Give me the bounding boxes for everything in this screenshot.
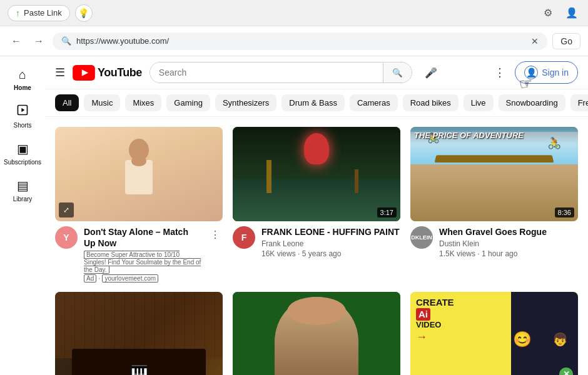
hamburger-button[interactable]: ☰: [55, 66, 65, 79]
chip-synthesizers[interactable]: Synthesizers: [215, 94, 276, 111]
search-input[interactable]: [150, 62, 383, 82]
chip-live[interactable]: Live: [464, 94, 494, 111]
chip-snowboarding[interactable]: Snowboarding: [499, 94, 565, 111]
video-card-v4[interactable]: 🎹 P Piano Performance Piano Channel 50K …: [55, 292, 223, 375]
content-area: ☰ YouTube 🔍 🎤 ⋮: [45, 56, 588, 375]
url-input[interactable]: [76, 36, 526, 46]
video-thumb-v3: 🚴 🚴 THE PRICE OF ADVENTURE 8:36: [410, 127, 578, 221]
video-thumb-v4: 🎹: [55, 292, 223, 375]
youtube-logo[interactable]: YouTube: [73, 65, 142, 81]
video-card-v3[interactable]: 🚴 🚴 THE PRICE OF ADVENTURE 8:36 DKLEIN W…: [410, 127, 578, 282]
video-card-v5[interactable]: A Music Video Artist Name 120K views · 1…: [233, 292, 400, 375]
channel-avatar-v2: F: [233, 226, 255, 249]
channel-avatar-v3: DKLEIN: [410, 226, 433, 249]
sign-in-label: Sign in: [542, 68, 569, 78]
youtube-header: ☰ YouTube 🔍 🎤 ⋮: [45, 56, 588, 89]
sidebar: ⌂ Home Shorts ▣ Subscriptions ▤ Library: [0, 56, 45, 375]
search-button[interactable]: 🔍: [383, 63, 412, 82]
chip-freestyle-rap[interactable]: Freestyle Rap: [570, 94, 588, 111]
hamburger-icon: ☰: [55, 66, 65, 79]
video-card-v6[interactable]: CREATE Ai VIDEO → 😊 👦 ✕: [410, 292, 578, 375]
home-icon: ⌂: [19, 68, 26, 82]
chip-mixes[interactable]: Mixes: [125, 94, 161, 111]
chip-cameras[interactable]: Cameras: [350, 94, 398, 111]
video-thumb-v6: CREATE Ai VIDEO → 😊 👦 ✕: [410, 292, 578, 375]
back-icon: ←: [11, 36, 21, 47]
library-icon: ▤: [17, 178, 29, 193]
paste-link-button[interactable]: ↑ Paste Link: [8, 5, 70, 21]
video-meta-v2: FRANK LEONE - HUFFING PAINT Frank Leone …: [261, 226, 400, 258]
sidebar-item-shorts[interactable]: Shorts: [0, 99, 45, 134]
chip-drum-bass[interactable]: Drum & Bass: [281, 94, 345, 111]
url-input-wrap: 🔍 ✕: [53, 32, 547, 50]
video-title-v3: When Gravel Goes Rogue: [439, 226, 578, 238]
video-channel-v2: Frank Leone: [261, 239, 400, 248]
shorts-icon: [16, 104, 29, 119]
video-thumb-v2: 3:17: [233, 127, 400, 221]
video-stats-v2: 16K views · 5 years ago: [261, 249, 400, 258]
search-bar: 🔍: [150, 62, 412, 83]
chip-music[interactable]: Music: [84, 94, 120, 111]
sidebar-item-subscriptions-label: Subscriptions: [4, 159, 41, 166]
sidebar-item-home[interactable]: ⌂ Home: [0, 62, 45, 96]
video-meta-v1: Don't Stay Alone – Match Up Now Become S…: [84, 226, 201, 282]
bulb-icon: 💡: [78, 8, 89, 18]
svg-point-6: [131, 156, 146, 166]
profile-button[interactable]: 👤: [563, 4, 580, 22]
video-description-v1: Become Super Attractive to 10/10 Singles…: [84, 251, 201, 273]
video-meta-v3: When Gravel Goes Rogue Dustin Klein 1.5K…: [439, 226, 578, 258]
gear-icon: ⚙: [544, 7, 552, 19]
paste-link-label: Paste Link: [24, 8, 62, 18]
youtube-main: ⌂ Home Shorts ▣ Subscriptions ▤ Library …: [0, 56, 588, 375]
subscriptions-icon: ▣: [17, 141, 29, 156]
chip-gaming[interactable]: Gaming: [166, 94, 210, 111]
svg-marker-1: [21, 108, 24, 112]
paste-link-icon: ↑: [16, 8, 20, 18]
go-button[interactable]: Go: [552, 33, 580, 49]
youtube-logo-text: YouTube: [98, 66, 142, 79]
go-label: Go: [560, 36, 572, 46]
forward-icon: →: [34, 36, 44, 47]
sign-in-button[interactable]: 👤 Sign in: [515, 61, 578, 84]
duration-v2: 3:17: [377, 208, 397, 218]
video-info-v1: Y Don't Stay Alone – Match Up Now Become…: [55, 221, 223, 282]
video-thumb-v1: ⤢: [55, 127, 223, 221]
top-bar-right: ⚙ 👤: [539, 4, 580, 22]
video-stats-v3: 1.5K views · 1 hour ago: [439, 249, 578, 258]
sidebar-item-library[interactable]: ▤ Library: [0, 173, 45, 208]
video-info-v2: F FRANK LEONE - HUFFING PAINT Frank Leon…: [233, 221, 400, 258]
video-title-v2: FRANK LEONE - HUFFING PAINT: [261, 226, 400, 238]
video-card-v1[interactable]: ⤢ Y Don't Stay Alone – Match Up Now Beco…: [55, 127, 223, 282]
video-grid: ⤢ Y Don't Stay Alone – Match Up Now Beco…: [45, 117, 588, 375]
youtube-logo-icon: [73, 65, 95, 81]
more-icon: ⋮: [494, 66, 505, 79]
video-title-v1: Don't Stay Alone – Match Up Now: [84, 226, 201, 249]
sign-in-person-icon: 👤: [524, 66, 538, 79]
more-options-button[interactable]: ⋮: [490, 62, 510, 82]
url-bar: ← → 🔍 ✕ Go: [0, 26, 588, 56]
back-button[interactable]: ←: [8, 32, 25, 50]
chip-road-bikes[interactable]: Road bikes: [403, 94, 459, 111]
url-clear-button[interactable]: ✕: [531, 36, 539, 46]
more-video-button-v1[interactable]: ⋮: [208, 226, 223, 243]
sidebar-item-home-label: Home: [14, 84, 31, 91]
channel-avatar-v1: Y: [55, 226, 78, 249]
settings-button[interactable]: ⚙: [539, 4, 557, 22]
chip-all[interactable]: All: [55, 94, 79, 111]
search-icon: 🔍: [392, 68, 403, 78]
header-right: ⋮ 👤 Sign in: [490, 61, 578, 84]
video-card-v2[interactable]: 3:17 F FRANK LEONE - HUFFING PAINT Frank…: [233, 127, 400, 282]
forward-button[interactable]: →: [30, 32, 48, 50]
ad-label-v1: Ad · yourlovemeet.com: [84, 274, 201, 282]
bulb-button[interactable]: 💡: [75, 4, 93, 22]
mic-button[interactable]: 🎤: [420, 61, 442, 84]
lock-icon: 🔍: [61, 36, 71, 46]
expand-button-v1[interactable]: ⤢: [59, 202, 74, 218]
duration-v3: 8:36: [555, 208, 574, 218]
mic-icon: 🎤: [425, 67, 437, 79]
sidebar-item-subscriptions[interactable]: ▣ Subscriptions: [0, 136, 45, 171]
filter-chips: All Music Mixes Gaming Synthesizers Drum…: [45, 89, 588, 117]
sidebar-item-shorts-label: Shorts: [14, 122, 32, 129]
video-info-v3: DKLEIN When Gravel Goes Rogue Dustin Kle…: [410, 221, 578, 258]
sidebar-item-library-label: Library: [13, 196, 33, 202]
